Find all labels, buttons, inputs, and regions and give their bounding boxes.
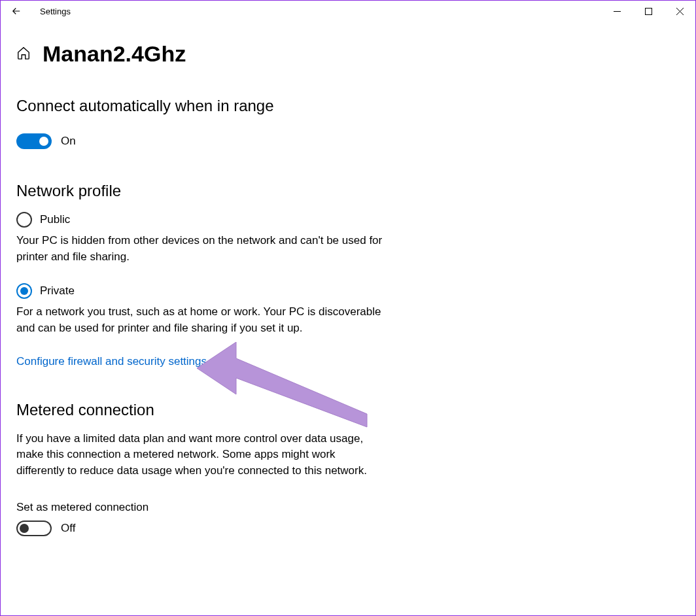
page-header: Manan2.4Ghz — [16, 41, 680, 67]
minimize-button[interactable] — [601, 1, 633, 22]
metered-toggle-label: Off — [61, 522, 75, 535]
connect-toggle-label: On — [61, 135, 76, 148]
back-button[interactable] — [1, 1, 32, 22]
public-radio-row: Public — [16, 212, 680, 228]
private-description: For a network you trust, such as at home… — [16, 304, 383, 336]
svg-rect-1 — [645, 8, 652, 14]
content-area: Manan2.4Ghz Connect automatically when i… — [1, 22, 695, 552]
private-radio[interactable] — [16, 283, 32, 299]
metered-description: If you have a limited data plan and want… — [16, 431, 383, 479]
metered-sublabel: Set as metered connection — [16, 501, 680, 514]
private-radio-row: Private — [16, 283, 680, 299]
connect-auto-toggle[interactable] — [16, 133, 52, 149]
close-icon — [676, 8, 684, 15]
firewall-settings-link[interactable]: Configure firewall and security settings — [16, 355, 207, 368]
window-controls — [601, 1, 695, 22]
connect-section-title: Connect automatically when in range — [16, 97, 680, 115]
connect-toggle-row: On — [16, 133, 680, 149]
app-title: Settings — [40, 7, 71, 16]
titlebar-left: Settings — [1, 1, 71, 22]
page-title: Manan2.4Ghz — [43, 41, 186, 67]
metered-toggle[interactable] — [16, 521, 52, 536]
private-radio-label: Private — [40, 284, 75, 298]
public-description: Your PC is hidden from other devices on … — [16, 233, 383, 265]
public-radio-label: Public — [40, 213, 70, 226]
public-radio[interactable] — [16, 212, 32, 228]
home-icon[interactable] — [16, 46, 31, 63]
maximize-button[interactable] — [633, 1, 664, 22]
metered-section-title: Metered connection — [16, 401, 680, 419]
arrow-left-icon — [10, 5, 22, 17]
minimize-icon — [614, 8, 621, 15]
maximize-icon — [645, 8, 652, 15]
close-button[interactable] — [664, 1, 695, 22]
titlebar: Settings — [1, 1, 695, 22]
profile-section-title: Network profile — [16, 182, 680, 200]
metered-toggle-row: Off — [16, 521, 680, 536]
